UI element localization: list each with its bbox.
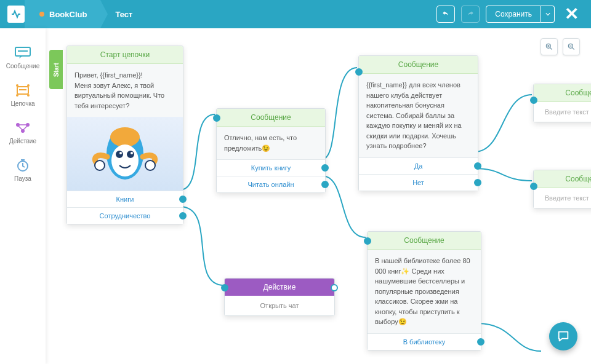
option-read-online[interactable]: Читать онлайн [217,176,325,192]
svg-point-4 [16,84,18,87]
node-message-library[interactable]: Сообщение В нашей библиотеке более 80 00… [367,231,481,350]
svg-point-16 [127,151,134,158]
out-port[interactable] [179,212,187,220]
node-text: Отлично, нам есть, что предложить😉 [217,127,325,159]
node-text: В нашей библиотеке более 80 000 книг✨ Ср… [368,250,481,333]
zoom-in-icon [545,42,553,51]
svg-point-18 [131,152,133,154]
in-port[interactable] [530,97,537,104]
node-action-open-chat[interactable]: Действие Открыть чат [224,278,335,316]
action-icon [14,121,32,135]
node-placeholder[interactable]: Введите текст сообщения [534,188,591,208]
svg-point-14 [111,144,139,176]
breadcrumb-project-label: BookClub [49,10,87,19]
out-port[interactable] [474,179,481,186]
svg-point-13 [110,127,140,147]
chevron-down-icon [545,12,550,17]
out-port[interactable] [321,181,329,188]
svg-point-17 [119,152,122,154]
node-message-bonus[interactable]: Сообщение {{first_name}} для всех членов… [358,55,478,191]
tool-action[interactable]: Действие [0,116,46,153]
in-port[interactable] [530,183,537,190]
toolbox: Сообщение Цепочка Действие Пауза [0,28,46,364]
out-port[interactable] [474,162,481,170]
pause-icon [14,158,32,173]
out-port[interactable] [321,164,329,172]
node-start[interactable]: Старт цепочки Привет, {{first_name}}! Ме… [66,46,183,224]
svg-point-6 [16,94,18,97]
zoom-out-button[interactable] [563,38,580,55]
robot-image [67,117,183,191]
chat-help-icon [557,330,570,343]
tool-message[interactable]: Сообщение [0,41,46,78]
out-port[interactable] [477,338,484,346]
chain-icon [14,83,32,98]
svg-rect-3 [19,89,26,90]
node-title: Действие [225,279,334,296]
app-logo[interactable] [7,6,25,23]
redo-icon [466,10,475,18]
in-port[interactable] [355,68,363,76]
start-tab[interactable]: Start [49,50,63,89]
node-message-offer[interactable]: Сообщение Отлично, нам есть, что предлож… [216,108,326,193]
in-port[interactable] [213,114,220,122]
zoom-in-button[interactable] [541,38,558,55]
node-title: Сообщение [217,109,325,127]
tool-pause[interactable]: Пауза [0,153,46,191]
status-dot-icon [39,12,44,17]
node-text: {{first_name}} для всех членов нашего кл… [359,74,478,157]
undo-button[interactable] [436,6,455,23]
option-no[interactable]: Нет [359,174,478,191]
svg-point-5 [27,84,30,87]
node-title: Сообщение [534,170,591,188]
node-text: Открыть чат [225,296,334,315]
svg-point-15 [116,151,123,158]
node-placeholder[interactable]: Введите текст сообщения [534,102,591,122]
breadcrumb-project[interactable]: BookClub [25,0,100,28]
option-buy-book[interactable]: Купить книгу [217,159,325,176]
undo-icon [441,10,450,18]
save-button[interactable]: Сохранить [486,6,541,23]
help-fab[interactable] [549,322,577,350]
node-message-ghost-2[interactable]: Сообщение Введите текст сообщения [533,170,591,208]
node-title: Сообщение [359,56,478,74]
redo-button[interactable] [461,6,480,23]
message-icon [14,46,32,60]
out-port[interactable] [179,196,187,203]
svg-point-19 [95,160,105,170]
node-title: Старт цепочки [67,46,183,64]
option-partnership[interactable]: Сотрудничество [67,207,183,224]
in-port[interactable] [364,237,371,245]
tool-chain[interactable]: Цепочка [0,78,46,116]
in-port[interactable] [221,284,228,291]
close-button[interactable]: ✕ [561,6,582,23]
node-text: Привет, {{first_name}}! Меня зовут Алекс… [67,64,183,117]
breadcrumb-page: Тест [100,0,146,28]
zoom-out-icon [567,42,576,51]
svg-point-20 [145,160,155,170]
option-to-library[interactable]: В библиотеку [368,333,481,350]
flow-canvas[interactable]: Start Старт цепочки Привет, {{first_name… [46,28,591,364]
save-dropdown[interactable] [541,6,555,23]
svg-rect-1 [18,50,28,52]
option-yes[interactable]: Да [359,157,478,174]
out-port[interactable] [331,284,338,291]
option-books[interactable]: Книги [67,191,183,207]
breadcrumb-page-label: Тест [115,10,132,19]
node-message-ghost-1[interactable]: Сообщение Введите текст сообщения [533,84,591,122]
node-title: Сообщение [368,232,481,250]
svg-point-7 [27,94,30,97]
node-title: Сообщение [534,84,591,102]
